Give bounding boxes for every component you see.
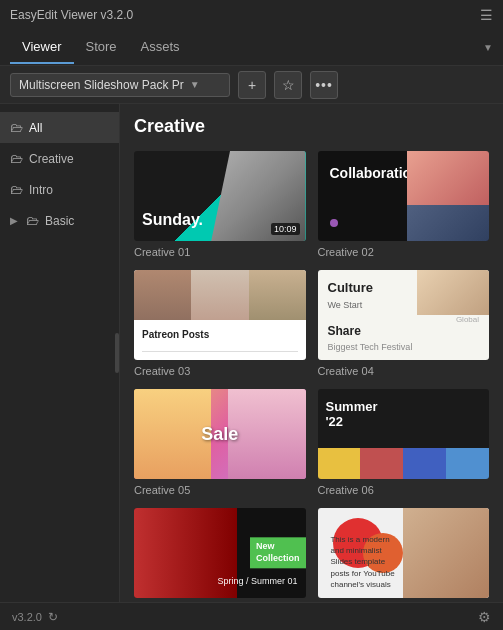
grid: 10:09 Creative 01 Collaboration. Creativ… [134, 151, 489, 602]
add-button[interactable]: + [238, 71, 266, 99]
thumbnail-creative05: Sale [134, 389, 306, 479]
global-text: Global [456, 315, 479, 324]
thumbnail-creative01: 10:09 [134, 151, 306, 241]
dropdown-arrow: ▼ [190, 79, 200, 90]
thumbnail-creative02: Collaboration. [318, 151, 490, 241]
content-area: Creative 10:09 Creative 01 Collaboration… [120, 104, 503, 602]
thumb-img [403, 508, 489, 598]
expand-arrow: ▶ [10, 215, 18, 226]
app-title: EasyEdit Viewer v3.2.0 [10, 8, 133, 22]
sidebar-item-label: Creative [29, 152, 74, 166]
dropdown-label: Multiscreen Slideshow Pack Pr [19, 78, 184, 92]
settings-icon[interactable]: ⚙ [478, 609, 491, 625]
person1 [134, 389, 211, 479]
list-item[interactable]: Summer'22 Creative 06 [318, 389, 490, 496]
list-item[interactable]: 10:09 Creative 01 [134, 151, 306, 258]
nav-tabs: Viewer Store Assets ▼ [0, 30, 503, 66]
list-item[interactable]: NewCollection Spring / Summer 01 Creativ… [134, 508, 306, 602]
item-label: Creative 05 [134, 484, 306, 496]
new-collection-badge: NewCollection [250, 537, 306, 568]
folder-icon: 🗁 [10, 182, 23, 197]
folder-icon: 🗁 [26, 213, 39, 228]
thumb-img2 [191, 270, 249, 320]
nav-dropdown-arrow[interactable]: ▼ [483, 42, 493, 53]
sidebar-item-intro[interactable]: 🗁 Intro [0, 174, 119, 205]
version-text: v3.2.0 [12, 611, 42, 623]
item-label: Creative 03 [134, 365, 306, 377]
summer-text: Summer'22 [326, 399, 378, 429]
list-item[interactable]: Collaboration. Creative 02 [318, 151, 490, 258]
thumbnail-creative04: Culture We Start Share Biggest Tech Fest… [318, 270, 490, 360]
folder-icon: 🗁 [10, 151, 23, 166]
sidebar-resizer[interactable] [115, 333, 119, 373]
color-strip [318, 448, 490, 480]
share-text: Share [328, 324, 361, 338]
thumbnail-creative07: NewCollection Spring / Summer 01 [134, 508, 306, 598]
version-area: v3.2.0 ↻ [12, 610, 58, 624]
tab-viewer[interactable]: Viewer [10, 31, 74, 64]
title-bar-left: EasyEdit Viewer v3.2.0 [10, 8, 133, 22]
item-label: Creative 01 [134, 246, 306, 258]
culture-text: Culture [328, 280, 374, 295]
star-button[interactable]: ☆ [274, 71, 302, 99]
section-title: Creative [134, 116, 489, 137]
sidebar-item-label: Basic [45, 214, 74, 228]
thumb-dot [330, 219, 338, 227]
list-item[interactable]: Culture We Start Share Biggest Tech Fest… [318, 270, 490, 377]
thumb-img1 [407, 151, 489, 205]
sidebar-item-all[interactable]: 🗁 All [0, 112, 119, 143]
list-item[interactable]: Sale Creative 05 [134, 389, 306, 496]
thumbnail-creative08: This is a modernand minimalistSlides tem… [318, 508, 490, 598]
divider-line [142, 351, 298, 352]
tab-assets[interactable]: Assets [129, 31, 192, 64]
subtitle-text: Spring / Summer 01 [217, 575, 297, 588]
list-item[interactable]: This is a modernand minimalistSlides tem… [318, 508, 490, 602]
sidebar-item-label: All [29, 121, 42, 135]
biggest-text: Biggest Tech Festival [328, 342, 413, 352]
patreon-label: Patreon Posts [142, 329, 209, 340]
pack-dropdown[interactable]: Multiscreen Slideshow Pack Pr ▼ [10, 73, 230, 97]
thumb-text: This is a modernand minimalistSlides tem… [330, 534, 394, 590]
time-badge: 10:09 [271, 223, 300, 235]
sidebar: 🗁 All 🗁 Creative 🗁 Intro ▶ 🗁 Basic [0, 104, 120, 602]
item-label: Creative 06 [318, 484, 490, 496]
list-item[interactable]: Patreon Posts Creative 03 [134, 270, 306, 377]
sidebar-item-basic[interactable]: ▶ 🗁 Basic [0, 205, 119, 236]
more-button[interactable]: ••• [310, 71, 338, 99]
item-label: Creative 02 [318, 246, 490, 258]
refresh-icon[interactable]: ↻ [48, 610, 58, 624]
strip-seg2 [360, 448, 403, 480]
tab-store[interactable]: Store [74, 31, 129, 64]
item-label: Creative 04 [318, 365, 490, 377]
menu-icon[interactable]: ☰ [480, 7, 493, 23]
strip-seg1 [318, 448, 361, 480]
sale-text: Sale [201, 424, 238, 445]
title-bar: EasyEdit Viewer v3.2.0 ☰ [0, 0, 503, 30]
toolbar: Multiscreen Slideshow Pack Pr ▼ + ☆ ••• [0, 66, 503, 104]
we-start-text: We Start [328, 300, 363, 310]
thumb-img1 [134, 270, 191, 320]
thumbnail-creative06: Summer'22 [318, 389, 490, 479]
thumb-img [417, 270, 489, 315]
thumb-img2 [407, 205, 489, 241]
main-content: 🗁 All 🗁 Creative 🗁 Intro ▶ 🗁 Basic Creat… [0, 104, 503, 602]
sidebar-item-label: Intro [29, 183, 53, 197]
thumb-img3 [249, 270, 306, 320]
strip-seg4 [446, 448, 489, 480]
folder-icon: 🗁 [10, 120, 23, 135]
person2 [228, 389, 305, 479]
thumbnail-creative03: Patreon Posts [134, 270, 306, 360]
strip-seg3 [403, 448, 446, 480]
sidebar-item-creative[interactable]: 🗁 Creative [0, 143, 119, 174]
status-bar: v3.2.0 ↻ ⚙ [0, 602, 503, 630]
